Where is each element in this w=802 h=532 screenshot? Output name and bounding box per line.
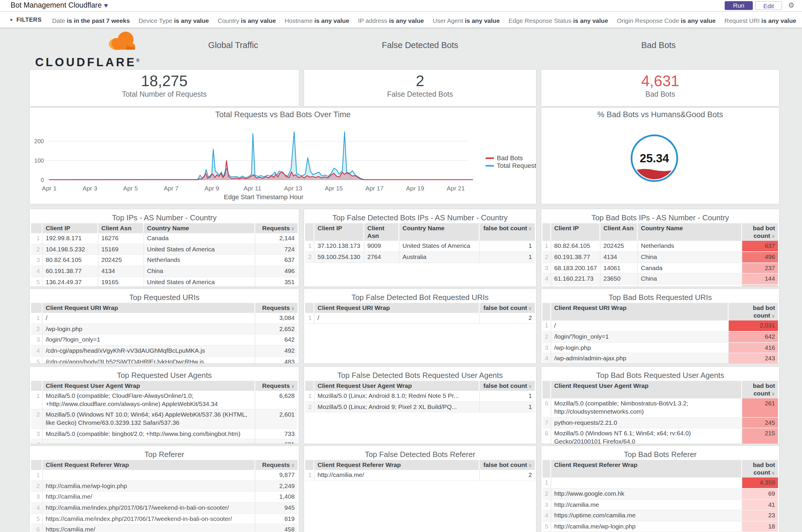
column-header[interactable]: Client Request User Agent Wrap (43, 381, 255, 391)
column-header[interactable]: Client Request Referer Wrap (43, 460, 255, 470)
filter-item[interactable]: Device Type is any value (138, 17, 209, 24)
column-header[interactable]: Country Name (144, 223, 255, 233)
run-button[interactable]: Run (725, 1, 753, 10)
table-row[interactable]: 4681 (31, 440, 298, 443)
filter-item[interactable]: Origin Response Code is any value (617, 17, 715, 24)
column-header[interactable]: Client Asn (364, 223, 400, 241)
column-header[interactable]: Client Request URI Wrap (43, 303, 255, 313)
column-header[interactable]: false bot count∨ (480, 460, 535, 470)
sort-desc-icon[interactable]: ∨ (291, 462, 295, 468)
gear-icon[interactable]: ⚙ (788, 1, 795, 10)
column-header[interactable]: Client Request User Agent Wrap (551, 381, 742, 399)
table-row[interactable]: 461.160.221.7323650China144 (542, 273, 778, 284)
column-header[interactable]: Client Request URI Wrap (314, 303, 480, 313)
table-row[interactable]: 3/wp-login.php416 (542, 342, 778, 353)
table-row[interactable]: 2104.198.5.23215169United States of Amer… (31, 244, 298, 255)
sort-desc-icon[interactable]: ∨ (529, 226, 532, 231)
column-header[interactable]: Client Request URI Wrap (551, 303, 729, 321)
table-row[interactable]: 380.82.64.105202425Netherlands637 (31, 255, 298, 266)
table-row[interactable]: 4https://uptime.com/camilia.me23 (542, 510, 778, 521)
table-row[interactable]: 3Mozilla/5.0 (compatible; bingbot/2.0; +… (31, 429, 298, 439)
column-header[interactable]: false bot count∨ (480, 303, 535, 313)
table-row[interactable]: 5136.24.49.3719165United States of Ameri… (31, 277, 298, 286)
table-row[interactable]: 2/wp-login.php2,652 (31, 324, 298, 335)
table-row[interactable]: 4/cdn-cgi/apps/head/xVgyKhR-vV3dAUGhMqfB… (31, 346, 298, 357)
table-row[interactable]: 137.120.138.1739009United States of Amer… (305, 241, 535, 252)
filter-item[interactable]: Edge Response Status is any value (509, 17, 608, 24)
column-header[interactable]: Country Name (638, 223, 742, 241)
table-row[interactable]: 259.100.254.1302764Australia1 (305, 252, 535, 263)
table-row[interactable]: 5http://camilia.me/wp-login.php18 (542, 521, 778, 532)
table-row[interactable]: 7python-requests/2.21.0245 (542, 417, 778, 428)
column-header[interactable]: Client Asn (600, 223, 638, 241)
table-row[interactable]: 1http://camilia.me/2 (305, 470, 535, 481)
sort-desc-icon[interactable]: ∨ (291, 383, 295, 389)
column-header[interactable]: false bot count∨ (480, 381, 535, 391)
table-row[interactable]: 3http://camilia.me41 (542, 499, 778, 510)
table-row[interactable]: 1Mozilla/5.0 (compatible; CloudFlare-Alw… (31, 391, 298, 410)
table-row[interactable]: 180.82.64.105202425Netherlands637 (542, 241, 778, 252)
table-row[interactable]: 368.183.200.16714061Canada237 (542, 263, 778, 273)
table-row[interactable]: 2http://camilia.me/wp-login.php2,249 (31, 481, 298, 492)
column-header[interactable]: Requests∨ (255, 381, 298, 391)
table-row[interactable]: 260.191.38.774134China496 (542, 252, 778, 263)
edit-button[interactable]: Edit (755, 1, 782, 10)
filter-item[interactable]: User Agent is any value (433, 17, 500, 24)
filters-expand-icon[interactable]: ▸ (11, 17, 13, 22)
sort-desc-icon[interactable]: ∨ (771, 233, 775, 239)
column-header[interactable]: bad bot count∨ (742, 460, 778, 478)
column-header[interactable]: Country Name (400, 223, 480, 241)
table-row[interactable]: 1/2 (305, 313, 535, 324)
column-header[interactable]: false bot count∨ (480, 223, 535, 241)
table-row[interactable]: 14,359 (542, 478, 778, 489)
table-row[interactable]: 460.191.38.774134China496 (31, 266, 298, 277)
column-header[interactable]: Client Request Referer Wrap (551, 460, 742, 478)
filter-item[interactable]: Date is in the past 7 weeks (52, 17, 130, 24)
table-row[interactable]: 6https://camilia.me/458 (31, 525, 298, 532)
table-row[interactable]: 5https://camilia.me/index.php/2017/06/17… (31, 514, 298, 525)
sort-desc-icon[interactable]: ∨ (771, 470, 775, 476)
sort-desc-icon[interactable]: ∨ (771, 313, 775, 319)
table-row[interactable]: 1/2,031 (542, 321, 778, 331)
sort-desc-icon[interactable]: ∨ (771, 391, 775, 397)
sort-desc-icon[interactable]: ∨ (291, 305, 295, 311)
table-row[interactable]: 8Mozilla/5.0 (Windows NT 6.1; Win64; x64… (542, 428, 778, 443)
column-header[interactable]: Requests∨ (255, 303, 298, 313)
filters-label[interactable]: FILTERS (16, 16, 42, 23)
table-row[interactable]: 2Mozilla/5.0 (Windows NT 10.0; Win64; x6… (31, 410, 298, 429)
column-header[interactable]: Client IP (314, 223, 364, 241)
sort-desc-icon[interactable]: ∨ (529, 383, 532, 389)
sort-desc-icon[interactable]: ∨ (291, 226, 295, 231)
column-header[interactable]: bad bot count∨ (742, 223, 778, 241)
legend-label[interactable]: Total Requests (497, 162, 536, 169)
table-row[interactable]: 19,877 (31, 470, 298, 481)
table-row[interactable]: 1/3,084 (31, 313, 298, 324)
filter-item[interactable]: Country is any value (218, 17, 275, 24)
column-header[interactable]: Client IP (43, 223, 98, 233)
table-row[interactable]: 5/cdn-cgi/apps/body/3Lh52SjWTQ4HRlErJykH… (31, 357, 298, 363)
filter-item[interactable]: Hostname is any value (285, 17, 349, 24)
column-header[interactable]: Client Request Referer Wrap (314, 460, 480, 470)
column-header[interactable]: Requests∨ (255, 223, 298, 233)
gauge-pct-bad-bots[interactable]: % Bad Bots vs Humans&Good Bots25.34 (541, 108, 779, 204)
table-row[interactable]: 5 (542, 285, 778, 286)
column-header[interactable]: Client Asn (98, 223, 144, 233)
table-row[interactable]: 2/login/?login_only=1642 (542, 331, 778, 342)
filter-item[interactable]: IP address is any value (358, 17, 424, 24)
table-row[interactable]: 3/login/?login_only=1642 (31, 335, 298, 346)
column-header[interactable]: Client Request User Agent Wrap (314, 381, 480, 391)
table-row[interactable]: 2http://www.google.com.hk69 (542, 489, 778, 499)
column-header[interactable]: Requests∨ (255, 460, 298, 470)
table-row[interactable]: 2Mozilla/5.0 (Linux; Android 9; Pixel 2 … (305, 402, 535, 413)
column-header[interactable]: bad bot count∨ (729, 303, 778, 321)
line-chart-svg[interactable]: Total Requests vs Bad Bots Over Time0100… (30, 108, 536, 204)
column-header[interactable]: Client IP (551, 223, 600, 241)
gauge-svg[interactable]: % Bad Bots vs Humans&Good Bots25.34 (541, 108, 779, 204)
table-row[interactable]: 4http://camilia.me/index.php/2017/06/17/… (31, 503, 298, 514)
sort-desc-icon[interactable]: ∨ (529, 462, 532, 468)
line-chart-total-vs-bad-bots[interactable]: Total Requests vs Bad Bots Over Time0100… (30, 108, 536, 204)
table-row[interactable]: 3http://camilia.me/1,408 (31, 492, 298, 503)
column-header[interactable]: bad bot count∨ (742, 381, 778, 399)
sort-desc-icon[interactable]: ∨ (529, 305, 532, 311)
table-row[interactable]: 6Mozilla/5.0 (compatible; Nimbostratus-B… (542, 399, 778, 418)
